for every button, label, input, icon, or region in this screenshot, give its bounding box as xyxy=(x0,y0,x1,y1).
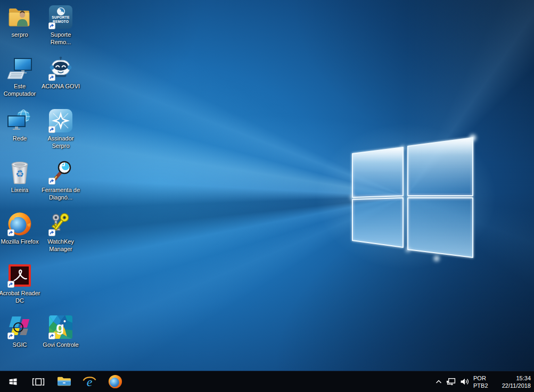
system-tray: POR PTB2 15:34 22/11/2018 xyxy=(433,371,534,392)
shortcut-arrow-overlay-icon xyxy=(48,74,55,81)
internet-explorer-button[interactable]: e xyxy=(77,371,102,392)
firefox-icon xyxy=(7,211,32,237)
chevron-up-icon xyxy=(435,378,442,386)
icon-label: Suporte Remo... xyxy=(40,31,81,46)
shortcut-arrow-overlay-icon xyxy=(7,332,14,339)
desktop-icon-acrobat-reader[interactable]: Acrobat Reader DC xyxy=(0,262,40,313)
desktop-icon-ferramenta-diagnostico[interactable]: Ferramenta de Diagnó... xyxy=(40,159,81,210)
desktop-icon-assinador-serpro[interactable]: Assinador Serpro xyxy=(40,107,81,158)
internet-explorer-icon: e xyxy=(82,374,97,389)
volume-tray-button[interactable] xyxy=(457,371,471,392)
icon-label: Govi Controle xyxy=(43,341,78,348)
desktop-icon-sgic[interactable]: SGIC xyxy=(0,313,40,364)
svg-text:♻: ♻ xyxy=(15,169,24,179)
desktop-icon-aciona-govi[interactable]: ACIONA GOVI xyxy=(40,55,81,106)
icon-label: Assinador Serpro xyxy=(40,135,81,149)
shortcut-arrow-overlay-icon xyxy=(48,332,55,339)
clock-date: 22/11/2018 xyxy=(502,382,531,389)
desktop-icon-mozilla-firefox[interactable]: Mozilla Firefox xyxy=(0,210,40,261)
file-explorer-icon xyxy=(57,376,71,388)
firefox-button[interactable] xyxy=(102,371,128,392)
icon-label: Acrobat Reader DC xyxy=(0,289,40,304)
shortcut-arrow-overlay-icon xyxy=(7,281,14,288)
govi-controle-icon: g xyxy=(48,314,73,340)
shortcut-arrow-overlay-icon xyxy=(48,178,55,185)
shortcut-arrow-overlay-icon xyxy=(48,22,55,29)
show-hidden-icons-button[interactable] xyxy=(433,371,445,392)
desktop-icon-este-computador[interactable]: Este Computador xyxy=(0,55,40,106)
language-code: POR xyxy=(473,374,486,382)
icon-label: Ferramenta de Diagnó... xyxy=(40,186,81,201)
icon-label: Mozilla Firefox xyxy=(1,238,39,245)
ethernet-network-icon xyxy=(446,377,456,386)
shortcut-arrow-overlay-icon xyxy=(48,126,55,133)
windows-logo xyxy=(341,128,484,266)
keyboard-layout-code: PTB2 xyxy=(473,382,488,389)
svg-text:g: g xyxy=(56,320,64,335)
language-indicator[interactable]: POR PTB2 xyxy=(471,371,494,392)
recycle-bin-icon: ♻ xyxy=(7,160,32,185)
desktop-icon-serpro[interactable]: serpro xyxy=(0,3,40,54)
task-view-button[interactable] xyxy=(26,371,51,392)
keys-icon xyxy=(48,211,73,237)
desktop: serpro SUPORTE REMOTO Suporte Remo... xyxy=(0,0,534,392)
speaker-icon xyxy=(460,377,469,386)
magnifier-icon xyxy=(48,160,73,185)
icon-label: serpro xyxy=(11,31,28,38)
icon-label: Rede xyxy=(13,135,27,142)
icon-label: WatchKey Manager xyxy=(40,238,81,253)
desktop-icon-govi-controle[interactable]: g Govi Controle xyxy=(40,313,81,364)
desktop-icon-suporte-remoto[interactable]: SUPORTE REMOTO Suporte Remo... xyxy=(40,3,81,54)
shortcut-arrow-overlay-icon xyxy=(7,229,14,236)
this-pc-icon xyxy=(7,56,32,81)
robot-icon xyxy=(48,56,73,81)
icon-label: Este Computador xyxy=(0,82,40,97)
start-button[interactable] xyxy=(0,371,26,392)
desktop-icon-rede[interactable]: Rede xyxy=(0,107,40,158)
file-explorer-button[interactable] xyxy=(51,371,77,392)
icon-label: SGIC xyxy=(13,341,27,348)
network-tray-button[interactable] xyxy=(445,371,457,392)
clock[interactable]: 15:34 22/11/2018 xyxy=(494,371,531,392)
desktop-icon-watchkey-manager[interactable]: WatchKey Manager xyxy=(40,210,81,261)
shortcut-arrow-overlay-icon xyxy=(48,229,55,236)
folder-user-icon xyxy=(7,4,32,30)
taskbar: e xyxy=(0,371,534,392)
firefox-icon xyxy=(108,374,122,389)
task-view-icon xyxy=(32,377,45,387)
icon-inner-text: SUPORTE xyxy=(52,15,69,20)
desktop-icon-lixeira[interactable]: ♻ Lixeira xyxy=(0,159,40,210)
clock-time: 15:34 xyxy=(516,374,531,382)
network-globe-icon xyxy=(7,108,32,134)
windows-start-icon xyxy=(9,377,18,386)
icon-label: ACIONA GOVI xyxy=(42,82,80,90)
icon-label: Lixeira xyxy=(11,186,28,194)
